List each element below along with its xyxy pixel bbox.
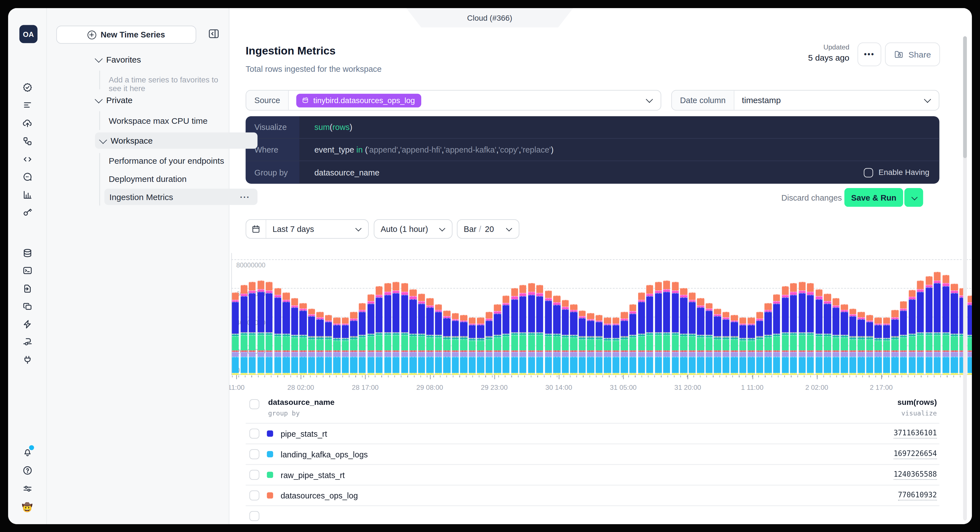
badge-check-icon[interactable] (22, 82, 32, 93)
stacked-bar[interactable] (418, 294, 425, 375)
stacked-bar[interactable] (621, 311, 628, 375)
stacked-bar[interactable] (317, 312, 323, 375)
chart-type-select[interactable]: Bar / 20 (457, 219, 519, 238)
discard-changes-button[interactable]: Discard changes (781, 193, 842, 203)
stacked-bar[interactable] (604, 318, 611, 375)
stacked-bar[interactable] (672, 282, 679, 375)
sidebar-item-workspace-max-cpu-time[interactable]: Workspace max CPU time (109, 112, 207, 129)
stacked-bar[interactable] (900, 301, 907, 375)
chat-icon[interactable] (22, 172, 32, 182)
environment-tab[interactable]: Cloud (#366) (406, 8, 573, 27)
stacked-bar[interactable] (528, 283, 535, 375)
enable-having-checkbox[interactable] (864, 168, 873, 177)
visualize-row[interactable]: Visualize sum(rows) (246, 116, 939, 138)
stacked-bar[interactable] (731, 314, 738, 375)
stacked-bar[interactable] (630, 304, 636, 375)
cowboy-emoji[interactable]: 🤠 (22, 501, 32, 512)
stacked-bar[interactable] (596, 314, 603, 375)
sidebar-section-workspace[interactable]: Workspace (95, 132, 258, 149)
row-checkbox[interactable] (249, 470, 259, 480)
groupby-expression[interactable]: datasource_name (299, 168, 864, 177)
row-checkbox[interactable] (249, 491, 259, 500)
stacked-bar[interactable] (646, 285, 653, 375)
sliders-icon[interactable] (22, 483, 32, 494)
stacked-bar[interactable] (663, 280, 670, 375)
stacked-bar[interactable] (815, 289, 822, 375)
stacked-bar[interactable] (680, 288, 687, 375)
stacked-bar[interactable] (232, 293, 239, 375)
help-icon[interactable] (22, 465, 32, 476)
stacked-bar[interactable] (452, 313, 459, 375)
sidebar-item-deployment-duration[interactable]: Deployment duration (109, 170, 187, 187)
source-pill[interactable]: tinybird.datasources_ops_log (296, 93, 421, 107)
stacked-bar[interactable] (300, 303, 307, 375)
stacked-bar[interactable] (832, 299, 839, 375)
stacked-bar[interactable] (266, 282, 273, 375)
sidebar-section-private[interactable]: Private (95, 92, 132, 108)
stacked-bar[interactable] (375, 286, 383, 375)
col-datasource-name[interactable]: datasource_name (268, 398, 334, 407)
stacked-bar[interactable] (689, 292, 695, 375)
where-expression[interactable]: event_type in ('append','append-hfi','ap… (299, 145, 939, 154)
date-column-select[interactable]: Date column timestamp (671, 90, 939, 111)
source-select[interactable]: Source tinybird.datasources_ops_log (246, 90, 661, 111)
col-sum-rows[interactable]: sum(rows) (897, 398, 937, 407)
row-checkbox[interactable] (249, 429, 259, 439)
stacked-bar[interactable] (917, 281, 924, 375)
stacked-bar[interactable] (858, 312, 865, 375)
stacked-bar[interactable] (925, 276, 932, 375)
stacked-bar[interactable] (257, 280, 264, 375)
stacked-bar[interactable] (739, 318, 746, 375)
where-row[interactable]: Where event_type in ('append','append-hf… (246, 138, 939, 161)
stacked-bar[interactable] (579, 310, 585, 375)
stacked-bar[interactable] (485, 311, 493, 375)
stacked-bar[interactable] (562, 300, 569, 375)
stacked-bar[interactable] (655, 282, 662, 375)
save-and-run-dropdown[interactable] (904, 188, 923, 207)
key-icon[interactable] (22, 207, 32, 218)
rows-icon[interactable] (22, 100, 32, 110)
visualize-expression[interactable]: sum(rows) (299, 122, 939, 132)
stacked-bar[interactable] (494, 304, 501, 375)
stacked-bar[interactable] (367, 294, 374, 375)
stacked-bar[interactable] (875, 318, 881, 375)
pipeline-icon[interactable] (22, 136, 32, 146)
stacked-bar[interactable] (748, 318, 755, 375)
enable-having-control[interactable]: Enable Having (864, 168, 929, 177)
stacked-bar[interactable] (824, 294, 831, 375)
stacked-bar[interactable] (638, 293, 645, 375)
stacked-bar[interactable] (443, 310, 450, 375)
save-and-run-button[interactable]: Save & Run (845, 188, 903, 207)
stacked-bar[interactable] (942, 275, 949, 375)
stacked-bar[interactable] (393, 282, 399, 375)
table-row[interactable]: pipe_stats_rt3711636101 (246, 423, 939, 444)
stacked-bar[interactable] (891, 310, 898, 375)
database-icon[interactable] (22, 248, 32, 259)
stacked-bar[interactable] (934, 272, 941, 375)
stacked-bar[interactable] (426, 299, 433, 375)
stacked-bar[interactable] (401, 283, 408, 375)
terminal-icon[interactable] (22, 265, 32, 276)
more-options-button[interactable]: ••• (858, 43, 881, 66)
stacked-bar[interactable] (765, 303, 772, 375)
stacked-bar[interactable] (968, 295, 972, 375)
table-row[interactable]: landing_kafka_ops_logs1697226654 (246, 444, 939, 464)
select-all-checkbox[interactable] (249, 399, 259, 409)
stacked-bar[interactable] (511, 288, 518, 375)
time-series-chart[interactable]: 80000000600000004000000020000000011:0028… (231, 252, 972, 392)
workspace-avatar[interactable]: OA (19, 25, 37, 43)
sidebar-section-favorites[interactable]: Favorites (95, 51, 141, 67)
row-checkbox[interactable] (249, 449, 259, 459)
stacked-bar[interactable] (460, 314, 467, 375)
scrollbar-thumb[interactable] (963, 37, 967, 158)
table-row[interactable] (246, 505, 939, 524)
table-row[interactable]: datasources_ops_log770610932 (246, 485, 939, 505)
stacked-bar[interactable] (308, 309, 315, 375)
date-range-select[interactable]: Last 7 days (246, 219, 369, 238)
stacked-bar[interactable] (249, 282, 256, 375)
stacked-bar[interactable] (469, 318, 476, 375)
stacked-bar[interactable] (866, 314, 873, 375)
stacked-bar[interactable] (291, 299, 298, 375)
stacked-bar[interactable] (705, 303, 713, 375)
bell-icon[interactable] (22, 447, 32, 458)
